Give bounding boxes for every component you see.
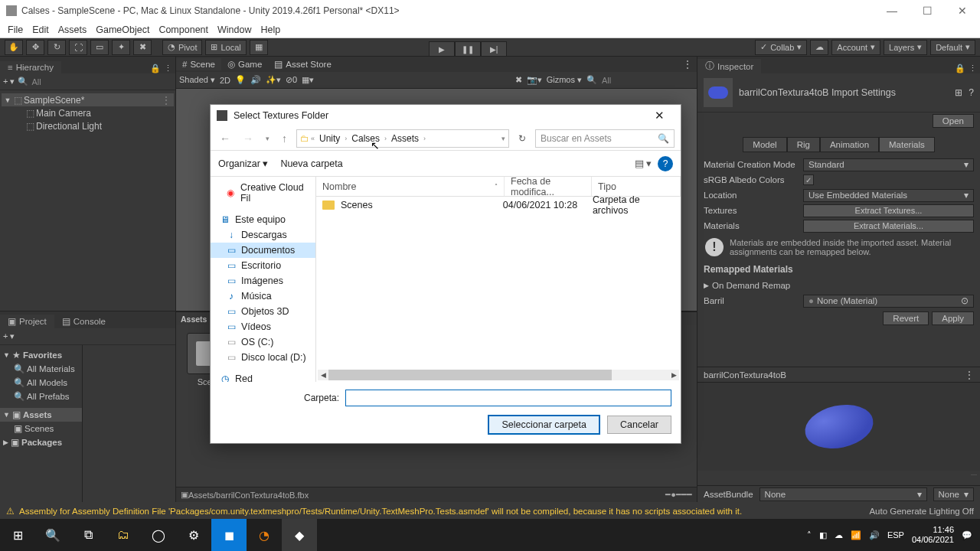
preview-menu-icon[interactable]: ⋮ <box>965 370 974 380</box>
file-list[interactable]: Nombre˄ Fecha de modifica... Tipo Scenes… <box>316 177 681 382</box>
custom-tool[interactable]: ✖ <box>133 40 152 55</box>
clock[interactable]: 11:46 04/06/2021 <box>912 525 954 544</box>
gizmos-dropdown[interactable]: Gizmos ▾ <box>547 75 582 85</box>
asset-store-tab[interactable]: ▤ Asset Store <box>268 57 337 71</box>
start-button[interactable]: ⊞ <box>0 519 35 551</box>
fx-toggle[interactable]: ✨▾ <box>266 75 281 85</box>
app-icon[interactable]: ◼ <box>211 519 247 551</box>
hand-tool[interactable]: ✋ <box>5 40 23 55</box>
nav-up-button[interactable]: ↑ <box>279 132 290 145</box>
pause-button[interactable]: ❚❚ <box>455 41 481 57</box>
scene-search[interactable]: All <box>602 76 694 85</box>
sidebar-item[interactable]: ♪Música <box>211 289 315 304</box>
sidebar-item[interactable]: ▭Imágenes <box>211 273 315 289</box>
game-view-tab[interactable]: ◎ Game <box>221 57 268 71</box>
panel-menu-icon[interactable]: ⋮ <box>164 64 172 73</box>
menu-gameobject[interactable]: GameObject <box>96 24 149 35</box>
sidebar-item[interactable]: ▭Disco local (D:) <box>211 350 315 365</box>
project-tab[interactable]: ▣ Project <box>0 315 54 328</box>
new-folder-button[interactable]: Nueva carpeta <box>280 158 342 169</box>
panel-menu-icon[interactable]: ⋮ <box>683 59 697 70</box>
hierarchy-search[interactable]: All <box>31 77 172 86</box>
step-button[interactable]: ▶| <box>481 41 507 57</box>
gameobject-row[interactable]: ⬚ Main Camera <box>2 106 174 119</box>
layers-dropdown[interactable]: Layers ▾ <box>884 40 927 55</box>
view-dropdown[interactable]: ▤ ▾ <box>635 158 652 169</box>
volume-icon[interactable]: 🔊 <box>869 530 880 540</box>
menu-window[interactable]: Window <box>217 24 251 35</box>
sidebar-item[interactable]: ▭Documentos <box>211 243 315 258</box>
camera-icon[interactable]: 📷▾ <box>527 75 542 85</box>
tray-chevron-icon[interactable]: ˄ <box>807 530 812 540</box>
creation-mode-dropdown[interactable]: Standard▾ <box>803 158 974 171</box>
menu-component[interactable]: Component <box>158 24 208 35</box>
lighting-status[interactable]: Auto Generate Lighting Off <box>869 507 974 516</box>
scale-tool[interactable]: ⛶ <box>69 40 87 55</box>
sidebar-item[interactable]: ◷Red <box>211 371 315 382</box>
play-button[interactable]: ▶ <box>429 41 455 57</box>
scene-menu-icon[interactable]: ⋮ <box>162 95 174 106</box>
assets-folder[interactable]: ▼▣ Assets <box>0 408 82 422</box>
cancel-button[interactable]: Cancelar <box>607 416 671 434</box>
extract-materials-button[interactable]: Extract Materials... <box>803 220 974 233</box>
select-folder-button[interactable]: Seleccionar carpeta <box>488 416 599 434</box>
assets-subfolder[interactable]: ▣ Scenes <box>0 422 82 435</box>
material-slot[interactable]: ●None (Material)⊙ <box>803 295 974 308</box>
grid-dropdown[interactable]: ▦▾ <box>302 75 314 85</box>
audio-toggle[interactable]: 🔊 <box>250 75 261 85</box>
dialog-help-button[interactable]: ? <box>658 156 673 171</box>
menu-file[interactable]: File <box>8 24 23 35</box>
layout-dropdown[interactable]: Default ▾ <box>930 40 975 55</box>
folder-name-input[interactable] <box>345 390 671 406</box>
local-toggle[interactable]: ⊞ Local <box>205 40 246 55</box>
location-dropdown[interactable]: Use Embedded Materials▾ <box>803 189 974 202</box>
sidebar-item[interactable]: 🖥Este equipo <box>211 212 315 227</box>
snap-button[interactable]: ▦ <box>250 40 268 55</box>
close-button[interactable]: ✕ <box>945 0 980 21</box>
rotate-tool[interactable]: ↻ <box>47 40 66 55</box>
menu-edit[interactable]: Edit <box>32 24 49 35</box>
panel-lock-icon[interactable]: 🔒 <box>955 64 965 73</box>
rig-tab[interactable]: Rig <box>787 137 820 152</box>
blender-icon[interactable]: ◔ <box>247 519 282 551</box>
unity-taskbar-icon[interactable]: ◆ <box>282 519 317 551</box>
sidebar-item[interactable]: ▭Escritorio <box>211 258 315 273</box>
gameobject-row[interactable]: ⬚ Directional Light <box>2 119 174 132</box>
horizontal-scrollbar[interactable]: ◀ ▶ <box>318 370 679 380</box>
favorites-header[interactable]: ▼★ Favorites <box>0 348 82 362</box>
create-dropdown[interactable]: + ▾ <box>3 77 15 86</box>
notifications-icon[interactable]: 💬 <box>962 530 972 540</box>
tools-icon[interactable]: ✖ <box>515 75 522 85</box>
sidebar-item[interactable]: ▭Objetos 3D <box>211 304 315 319</box>
packages-folder[interactable]: ▶▣ Packages <box>0 435 82 449</box>
sidebar-item[interactable]: ▭Vídeos <box>211 319 315 334</box>
pivot-toggle[interactable]: ◔ Pivot <box>162 40 202 55</box>
panel-menu-icon[interactable]: ⋮ <box>969 64 977 73</box>
language-indicator[interactable]: ESP <box>887 530 904 540</box>
console-tab[interactable]: ▤ Console <box>54 315 113 328</box>
nav-recent-button[interactable]: ▾ <box>263 135 273 142</box>
extract-textures-button[interactable]: Extract Textures... <box>803 204 974 217</box>
reference-icon[interactable]: ⊞ <box>955 87 962 98</box>
address-bar[interactable]: 🗀 « Unity› Calses› Assets› ▾ <box>296 129 509 148</box>
organize-dropdown[interactable]: Organizar ▾ <box>218 158 268 169</box>
shading-dropdown[interactable]: Shaded ▾ <box>179 75 215 85</box>
tray-cloud-icon[interactable]: ☁ <box>835 530 843 540</box>
on-demand-remap[interactable]: On Demand Remap <box>712 281 790 290</box>
dialog-search-input[interactable]: Buscar en Assets 🔍 <box>535 129 675 148</box>
zoom-slider[interactable]: ━●━━━ <box>665 490 692 500</box>
nav-back-button[interactable]: ← <box>217 132 234 145</box>
help-icon[interactable]: ? <box>969 87 974 98</box>
sidebar-item[interactable]: ↓Descargas <box>211 227 315 243</box>
lighting-toggle[interactable]: 💡 <box>235 75 246 85</box>
hierarchy-tab[interactable]: ≡ Hierarchy <box>0 61 61 73</box>
apply-button[interactable]: Apply <box>932 311 974 325</box>
explorer-icon[interactable]: 🗂 <box>106 519 141 551</box>
maximize-button[interactable]: ☐ <box>910 0 945 21</box>
wifi-icon[interactable]: 📶 <box>851 530 861 540</box>
sidebar-item[interactable]: ◉Creative Cloud Fil <box>211 180 315 206</box>
settings-icon[interactable]: ⚙ <box>176 519 211 551</box>
assetbundle-dropdown[interactable]: None▾ <box>760 487 927 501</box>
collab-dropdown[interactable]: ✓ Collab ▾ <box>755 40 807 55</box>
minimize-button[interactable]: — <box>874 0 910 21</box>
